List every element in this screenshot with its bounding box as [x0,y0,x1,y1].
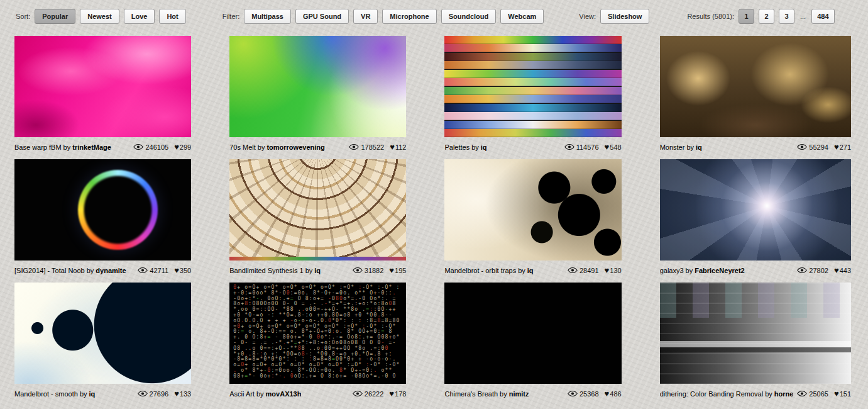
shader-title-link[interactable]: galaxy3 [660,267,684,274]
by-text: by [258,143,265,151]
page-button-1[interactable]: 1 [739,9,754,24]
shader-card: galaxy3byFabriceNeyret2 27802 ♥ 443 [660,159,851,277]
eye-icon [133,143,143,150]
views-count: 25368 [580,390,599,398]
shader-title-link[interactable]: 70s Melt [229,143,256,151]
shader-card: 70s Meltbytomorrowevening 178522 ♥ 112 [229,36,406,154]
shader-thumbnail[interactable] [660,283,851,384]
views-count: 25065 [809,390,828,398]
eye-icon [568,390,578,397]
shader-title-link[interactable]: Palettes [444,143,470,151]
shader-stats: 55294 ♥ 271 [797,143,851,151]
shader-author-link[interactable]: iq [314,267,321,274]
shader-stats: 26222 ♥ 178 [353,389,407,398]
shader-thumbnail[interactable] [14,283,191,384]
shader-thumbnail[interactable] [660,36,851,137]
shader-author-link[interactable]: FabriceNeyret2 [695,267,745,274]
filter-button-gpu-sound[interactable]: GPU Sound [295,9,349,24]
shader-thumbnail[interactable]: 0+ o=O+ o=O* o=O* o=O* o=O* :=O* :-O* :-… [229,283,406,384]
shader-caption-text: Monsterbyiq [660,143,702,151]
shader-thumbnail[interactable] [14,159,191,261]
shader-caption-text: 70s Meltbytomorrowevening [229,143,325,151]
shader-grid: Base warp fBMbytrinketMage 246105 ♥ 299 … [0,26,868,400]
sort-button-newest[interactable]: Newest [80,9,119,24]
shader-author-link[interactable]: iq [527,267,534,274]
shader-caption: galaxy3byFabriceNeyret2 27802 ♥ 443 [660,261,851,277]
likes-count: 271 [840,143,851,151]
shader-author-link[interactable]: horne [774,390,794,398]
filter-button-soundcloud[interactable]: Soundcloud [441,9,497,24]
views-count: 246105 [145,143,168,151]
likes-count: 350 [180,267,191,274]
heart-icon: ♥ [389,266,394,274]
page-button-2[interactable]: 2 [759,9,774,24]
by-text: by [63,143,71,151]
shader-stats: 114576 ♥ 548 [564,143,622,151]
by-text: by [305,267,313,274]
shader-author-link[interactable]: dynamite [96,267,126,274]
view-label: View: [579,13,596,20]
shader-card: Palettesbyiq 114576 ♥ 548 [444,36,621,154]
shader-title-link[interactable]: Mandelbrot - smooth [14,390,78,398]
eye-icon [349,143,359,150]
shader-author-link[interactable]: trinketMage [72,143,111,151]
shader-title-link[interactable]: Bandlimited Synthesis 1 [229,267,303,274]
shader-stats: 178522 ♥ 112 [349,143,406,151]
shader-caption: Ascii ArtbymovAX13h 26222 ♥ 178 [229,384,406,400]
heart-icon: ♥ [389,389,394,398]
shader-thumbnail[interactable] [444,36,621,137]
likes-count: 299 [180,143,191,151]
shader-author-link[interactable]: iq [696,143,702,151]
eye-icon [797,267,807,274]
filter-button-multipass[interactable]: Multipass [244,9,291,24]
shader-caption: Monsterbyiq 55294 ♥ 271 [660,137,851,154]
shader-title-link[interactable]: Chimera's Breath [444,390,498,398]
eye-icon [564,143,574,150]
shader-card: dithering: Color Banding Removalbyhorne … [660,283,851,400]
shader-stats: 28491 ♥ 130 [568,266,622,274]
shader-thumbnail[interactable] [444,283,621,384]
shader-author-link[interactable]: iq [89,390,96,398]
by-text: by [500,390,507,398]
filter-button-webcam[interactable]: Webcam [500,9,544,24]
filter-label: Filter: [222,13,240,20]
sort-button-hot[interactable]: Hot [159,9,185,24]
page-button-3[interactable]: 3 [779,9,794,24]
shader-author-link[interactable]: iq [481,143,487,151]
shader-title-link[interactable]: Base warp fBM [14,143,62,151]
sort-button-love[interactable]: Love [124,9,155,24]
shader-caption: Bandlimited Synthesis 1byiq 31882 ♥ 195 [229,261,406,277]
shader-stats: 31882 ♥ 195 [353,266,407,274]
by-text: by [471,143,479,151]
heart-icon: ♥ [605,266,610,274]
eye-icon [138,267,148,274]
shader-caption-text: galaxy3byFabriceNeyret2 [660,267,745,274]
views-count: 114576 [576,143,599,151]
page-button-484[interactable]: 484 [811,9,834,24]
shader-author-link[interactable]: tomorrowevening [266,143,324,151]
likes-count: 133 [180,390,191,398]
shader-thumbnail[interactable] [229,159,406,261]
shader-caption: Base warp fBMbytrinketMage 246105 ♥ 299 [14,137,191,154]
shader-author-link[interactable]: movAX13h [266,390,302,398]
shader-card: Mandelbrot - smoothbyiq 27696 ♥ 133 [14,283,191,400]
shader-thumbnail[interactable] [14,36,191,137]
slideshow-button[interactable]: Slideshow [600,9,649,24]
shader-author-link[interactable]: nimitz [509,390,529,398]
shader-thumbnail[interactable] [660,159,851,261]
shader-title-link[interactable]: Monster [660,143,685,151]
shader-caption-text: Ascii ArtbymovAX13h [229,390,301,398]
shader-title-link[interactable]: Ascii Art [229,390,255,398]
sort-button-popular[interactable]: Popular [35,9,75,24]
likes-count: 195 [395,267,406,274]
shader-stats: 25065 ♥ 151 [797,389,851,398]
shader-thumbnail[interactable] [444,159,621,261]
shader-title-link[interactable]: Mandelbrot - orbit traps [444,267,516,274]
shader-caption: [SIG2014] - Total Noobbydynamite 42711 ♥… [14,261,191,277]
shader-thumbnail[interactable] [229,36,406,137]
likes-count: 486 [610,390,621,398]
shader-title-link[interactable]: dithering: Color Banding Removal [660,390,763,398]
shader-title-link[interactable]: [SIG2014] - Total Noob [14,267,85,274]
filter-button-microphone[interactable]: Microphone [382,9,436,24]
filter-button-vr[interactable]: VR [353,9,378,24]
